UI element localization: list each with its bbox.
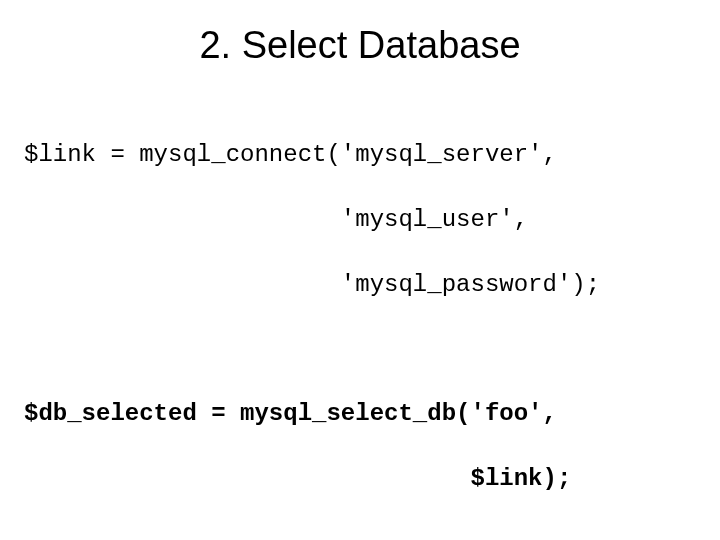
slide-title: 2. Select Database xyxy=(0,24,720,67)
code-line: 'mysql_password'); xyxy=(24,269,720,301)
code-line: 'mysql_user', xyxy=(24,204,720,236)
code-line-bold: $db_selected = mysql_select_db('foo', xyxy=(24,398,720,430)
code-block: $link = mysql_connect('mysql_server', 'm… xyxy=(0,107,720,528)
code-line: $link = mysql_connect('mysql_server', xyxy=(24,139,720,171)
code-line-bold: $link); xyxy=(24,463,720,495)
